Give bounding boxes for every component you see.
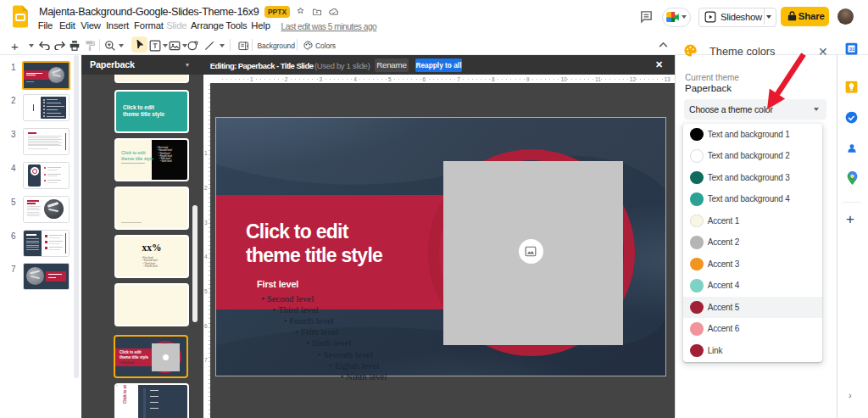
svg-text:31: 31 — [849, 47, 855, 52]
